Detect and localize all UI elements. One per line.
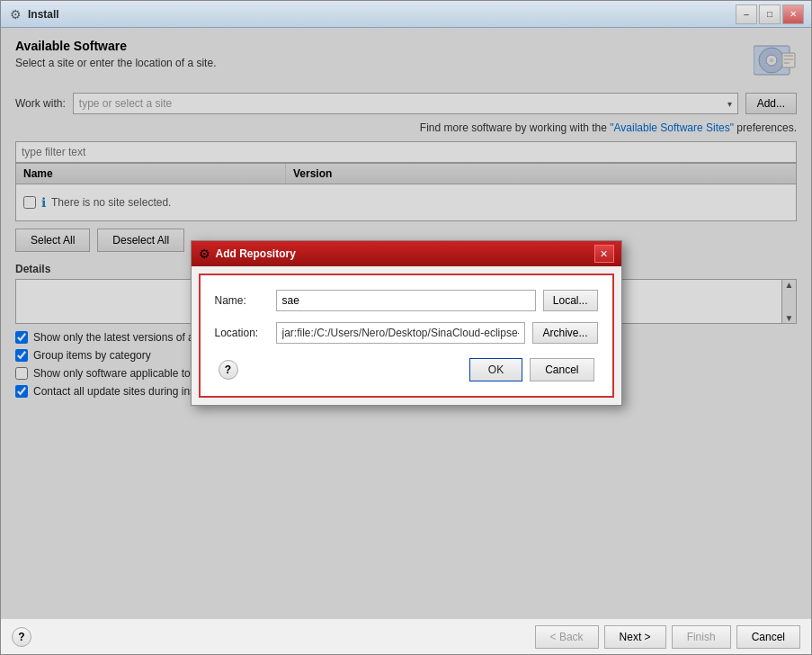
main-content: Available Software Select a site or ente… (1, 28, 811, 618)
dialog-location-row: Location: Archive... (215, 322, 598, 344)
dialog-cancel-button[interactable]: Cancel (530, 358, 593, 381)
help-button[interactable]: ? (12, 627, 31, 647)
finish-button[interactable]: Finish (672, 625, 731, 649)
next-button[interactable]: Next > (604, 625, 666, 649)
minimize-button[interactable]: – (736, 4, 757, 24)
dialog-title-icon: ⚙ (199, 247, 210, 261)
dialog-body: Name: Local... Location: Archive... ? (199, 274, 614, 398)
dialog-close-button[interactable]: ✕ (594, 245, 614, 263)
title-bar: ⚙ Install – □ ✕ (1, 1, 811, 28)
title-bar-buttons: – □ ✕ (736, 4, 804, 24)
back-button[interactable]: < Back (535, 625, 599, 649)
nav-left: ? (12, 627, 31, 647)
cancel-button[interactable]: Cancel (736, 625, 800, 649)
dialog-title-text: Add Repository (216, 247, 594, 260)
dialog-ok-button[interactable]: OK (469, 358, 522, 381)
modal-overlay: ⚙ Add Repository ✕ Name: Local... Locati… (1, 28, 811, 618)
window-icon: ⚙ (8, 7, 22, 22)
dialog-action-buttons: OK Cancel (469, 358, 594, 381)
dialog-footer: ? OK Cancel (215, 358, 598, 381)
nav-bar: ? < Back Next > Finish Cancel (1, 618, 811, 654)
dialog-help-button[interactable]: ? (219, 360, 238, 380)
dialog-location-label: Location: (215, 327, 269, 339)
window-title: Install (28, 8, 736, 21)
add-repository-dialog: ⚙ Add Repository ✕ Name: Local... Locati… (191, 240, 622, 406)
maximize-button[interactable]: □ (759, 4, 781, 24)
archive-button[interactable]: Archive... (532, 322, 597, 344)
dialog-title-bar: ⚙ Add Repository ✕ (192, 241, 621, 266)
dialog-name-row: Name: Local... (215, 290, 598, 311)
dialog-name-label: Name: (215, 294, 269, 307)
dialog-location-input[interactable] (276, 322, 526, 344)
nav-right: < Back Next > Finish Cancel (535, 625, 800, 649)
local-button[interactable]: Local... (543, 290, 598, 311)
main-window: ⚙ Install – □ ✕ Available Software Selec… (0, 0, 812, 655)
close-button[interactable]: ✕ (782, 4, 804, 24)
dialog-name-input[interactable] (276, 290, 536, 311)
